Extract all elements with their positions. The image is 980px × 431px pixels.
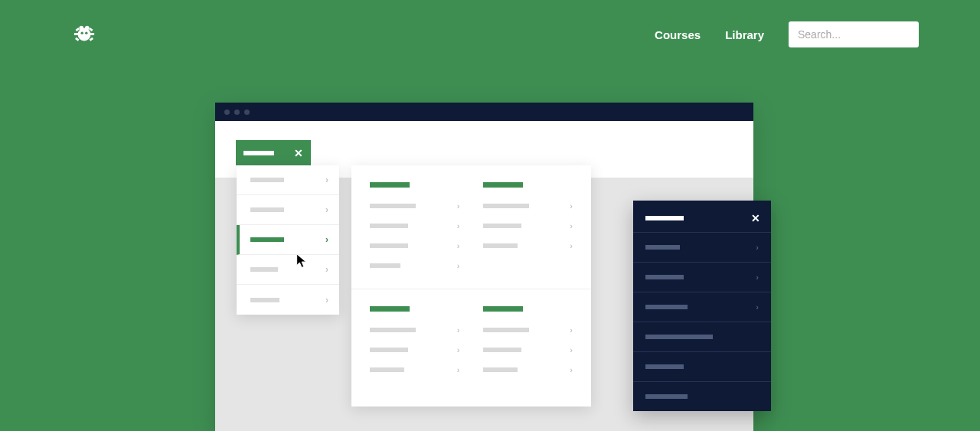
mega-item[interactable]: › [483,221,573,230]
item-label-placeholder [250,207,284,212]
chevron-right-icon: › [325,264,328,275]
chevron-right-icon: › [570,345,573,354]
svg-point-10 [85,31,87,34]
svg-point-1 [79,26,83,31]
divider [351,289,591,289]
chevron-right-icon: › [570,221,573,230]
mega-item[interactable]: › [370,241,460,250]
menu-item[interactable]: › [237,195,339,225]
mega-item[interactable]: › [483,241,573,250]
column-heading-placeholder [370,182,410,188]
dropdown-menu: › › › › › [237,165,339,315]
item-label-placeholder [370,243,408,248]
column-heading-placeholder [370,306,410,312]
column-heading-placeholder [483,306,523,312]
column-heading-placeholder [483,182,523,188]
item-label-placeholder [483,204,529,208]
item-label-placeholder [483,367,518,372]
mega-column: › › › [370,306,460,385]
nav-courses[interactable]: Courses [655,28,701,41]
active-tab-chip[interactable]: ✕ [236,140,311,165]
dark-side-panel: ✕ › › › [633,201,771,411]
logo-icon[interactable] [73,23,96,46]
tab-label-placeholder [243,151,274,155]
mega-item[interactable]: › [370,221,460,230]
panel-item[interactable]: › [633,292,771,322]
item-label-placeholder [370,367,404,372]
menu-item-active[interactable]: › [237,225,339,255]
item-label-placeholder [370,328,416,332]
close-icon[interactable]: ✕ [751,212,760,224]
panel-item[interactable] [633,381,771,411]
mega-item[interactable]: › [370,345,460,354]
mega-item[interactable]: › [483,201,573,211]
item-label-placeholder [250,237,284,242]
site-header: Courses Library [0,0,980,47]
window-dot-icon [234,109,240,115]
mega-item[interactable]: › [370,325,460,335]
chevron-right-icon: › [457,241,460,250]
chevron-right-icon: › [570,241,573,250]
nav-library[interactable]: Library [725,28,764,41]
item-label-placeholder [483,224,521,228]
menu-item[interactable]: › [237,165,339,195]
panel-item[interactable] [633,322,771,351]
item-label-placeholder [645,245,680,250]
mega-item[interactable]: › [483,325,573,335]
menu-item[interactable]: › [237,255,339,285]
search-box[interactable] [789,21,919,47]
chevron-right-icon: › [457,201,460,211]
panel-item[interactable]: › [633,232,771,262]
item-label-placeholder [645,275,684,279]
chevron-right-icon: › [457,221,460,230]
item-label-placeholder [250,178,284,182]
mega-item[interactable]: › [370,261,460,270]
svg-rect-8 [90,38,93,41]
item-label-placeholder [370,224,408,228]
panel-header: ✕ [633,201,771,232]
mega-item[interactable]: › [483,365,573,374]
close-icon[interactable]: ✕ [294,147,303,159]
mega-column: › › › [483,182,573,281]
item-label-placeholder [370,348,408,352]
window-titlebar [215,103,753,121]
window-dot-icon [244,109,250,115]
chevron-right-icon: › [457,365,460,374]
svg-rect-4 [90,33,95,35]
menu-item[interactable]: › [237,285,339,315]
chevron-right-icon: › [325,204,328,215]
mega-column: › › › › [370,182,460,281]
item-label-placeholder [370,263,400,268]
item-label-placeholder [250,267,278,272]
panel-item[interactable]: › [633,262,771,292]
mega-item[interactable]: › [483,345,573,354]
mega-item[interactable]: › [370,365,460,374]
chevron-right-icon: › [457,345,460,354]
item-label-placeholder [483,328,529,332]
chevron-right-icon: › [325,175,328,185]
mega-menu-panel: › › › › › › › › › › › › › [351,165,591,407]
chevron-right-icon: › [457,261,460,270]
svg-point-0 [78,28,91,41]
window-dot-icon [224,109,230,115]
cursor-icon [296,253,309,270]
chevron-right-icon: › [570,365,573,374]
item-label-placeholder [645,394,688,399]
chevron-right-icon: › [325,234,328,245]
chevron-right-icon: › [570,201,573,211]
item-label-placeholder [483,243,518,248]
panel-title-placeholder [645,216,684,220]
item-label-placeholder [645,305,688,309]
panel-item[interactable] [633,351,771,381]
svg-point-2 [85,26,90,31]
item-label-placeholder [483,348,521,352]
svg-point-9 [81,31,83,34]
search-input[interactable] [798,28,910,41]
chevron-right-icon: › [756,273,759,282]
mega-item[interactable]: › [370,201,460,211]
item-label-placeholder [370,204,416,208]
chevron-right-icon: › [570,325,573,335]
svg-rect-3 [74,33,79,35]
item-label-placeholder [645,364,684,369]
svg-rect-7 [75,38,79,41]
